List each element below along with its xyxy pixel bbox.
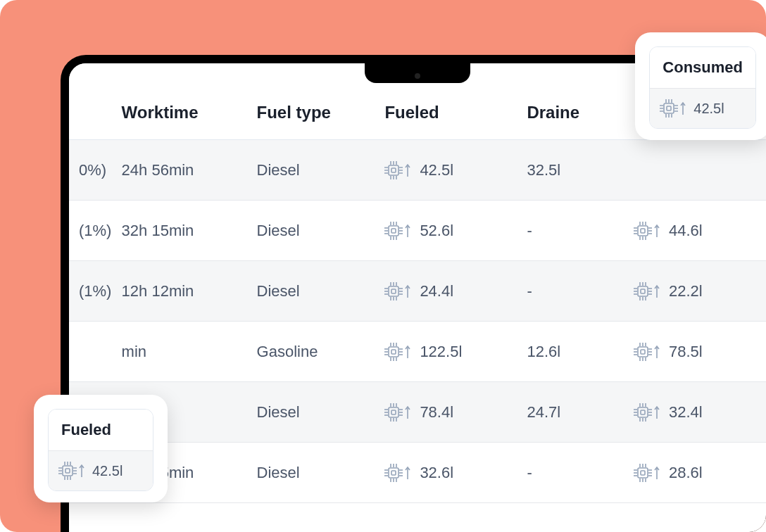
fueled-value: 52.6l [420,222,453,240]
chip-sensor-icon [384,342,413,362]
svg-rect-16 [391,229,396,233]
consumed-value: 28.6l [669,464,703,482]
chip-sensor-icon [384,160,413,180]
chip-sensor-icon [634,463,662,483]
cell-fueled: 52.6l [375,201,517,261]
svg-rect-150 [638,468,648,478]
column-header-fuel-type[interactable]: Fuel type [247,63,375,140]
consumed-value: 44.6l [669,222,703,240]
cell-fuel-type: Gasoline [247,322,375,382]
consumed-card-title: Consumed [650,47,755,88]
consumed-card-value-row: 42.5l [650,88,755,128]
consumed-callout-card: Consumed 42.5l [635,32,766,140]
svg-rect-15 [389,226,398,236]
svg-rect-31 [641,229,645,233]
cell-drained: 32.5l [517,140,624,201]
fueled-value: 32.6l [420,464,453,482]
cell-drained: 24.7l [517,382,624,443]
chip-sensor-icon [634,281,662,301]
cell-drained: 12.6l [517,322,624,382]
svg-rect-181 [65,469,70,473]
cell-drained: - [517,261,624,322]
cell-consumed: 44.6l [624,201,766,261]
cell-fueled: 78.4l [375,382,517,443]
svg-rect-61 [641,289,645,293]
chip-sensor-icon [58,461,87,481]
consumed-value: 22.2l [669,282,703,300]
consumed-card-value: 42.5l [693,101,724,117]
cell-pct [69,322,112,382]
chip-sensor-icon [384,463,413,483]
fueled-value: 78.4l [420,403,453,422]
svg-rect-166 [667,106,671,110]
cell-pct: (1%) [69,261,112,322]
cell-worktime: 32h 15min [112,201,247,261]
fueled-card-value: 42.5l [92,463,123,479]
consumed-value: 32.4l [669,403,703,422]
table-row[interactable]: minGasoline122.5l12.6l78.5l [69,322,766,382]
column-header-pct[interactable] [69,63,112,140]
column-header-worktime[interactable]: Worktime [112,63,247,140]
cell-consumed: 28.6l [624,443,766,503]
table-row[interactable]: 1%)10h 45minDiesel32.6l-28.6l [69,443,766,503]
svg-rect-1 [391,168,396,172]
fueled-callout-card: Fueled 42.5l [34,395,168,502]
svg-rect-106 [391,410,396,414]
svg-rect-0 [389,165,398,175]
svg-rect-136 [391,471,396,475]
cell-fueled: 122.5l [375,322,517,382]
table-row[interactable]: (1%)32h 15minDiesel52.6l-44.6l [69,201,766,261]
svg-rect-46 [391,289,396,293]
canvas-background: Worktime Fuel type Fueled Draine 0%)24h … [0,0,766,532]
chip-sensor-icon [384,281,413,301]
cell-fuel-type: Diesel [247,261,375,322]
cell-drained: - [517,443,624,503]
cell-pct: (1%) [69,201,112,261]
svg-rect-135 [389,468,398,478]
cell-consumed [624,140,766,201]
cell-consumed: 78.5l [624,322,766,382]
fueled-value: 122.5l [420,343,462,361]
chip-sensor-icon [660,99,688,118]
fueled-value: 42.5l [420,161,453,179]
device-notch [365,63,470,83]
cell-fueled: 24.4l [375,261,517,322]
cell-worktime: 12h 12min [112,261,247,322]
chip-sensor-icon [384,221,413,241]
svg-rect-75 [389,347,398,357]
chip-sensor-icon [384,403,413,422]
svg-rect-45 [389,286,398,296]
svg-rect-76 [391,350,396,354]
column-header-drained[interactable]: Draine [517,63,624,140]
cell-fuel-type: Diesel [247,382,375,443]
cell-worktime: 24h 56min [112,140,247,201]
chip-sensor-icon [634,221,662,241]
cell-worktime: min [112,322,247,382]
cell-fuel-type: Diesel [247,201,375,261]
table-row[interactable]: 0%)24h 56minDiesel42.5l32.5l [69,140,766,201]
table-row[interactable]: minDiesel78.4l24.7l32.4l [69,382,766,443]
svg-rect-60 [638,286,648,296]
cell-consumed: 32.4l [624,382,766,443]
cell-consumed: 22.2l [624,261,766,322]
svg-rect-90 [638,347,648,357]
cell-drained: - [517,201,624,261]
fueled-value: 24.4l [420,282,453,300]
cell-fueled: 32.6l [375,443,517,503]
consumed-value: 78.5l [669,343,703,361]
fueled-card-title: Fueled [49,410,153,450]
svg-rect-151 [641,471,645,475]
svg-rect-120 [638,407,648,417]
svg-rect-121 [641,410,645,414]
chip-sensor-icon [634,403,662,422]
cell-fueled: 42.5l [375,140,517,201]
fueled-card-value-row: 42.5l [49,450,153,490]
svg-rect-30 [638,226,648,236]
cell-fuel-type: Diesel [247,443,375,503]
cell-fuel-type: Diesel [247,140,375,201]
svg-rect-105 [389,407,398,417]
svg-rect-165 [664,103,674,113]
table-row[interactable]: (1%)12h 12minDiesel24.4l-22.2l [69,261,766,322]
chip-sensor-icon [634,342,662,362]
svg-rect-180 [63,466,73,476]
